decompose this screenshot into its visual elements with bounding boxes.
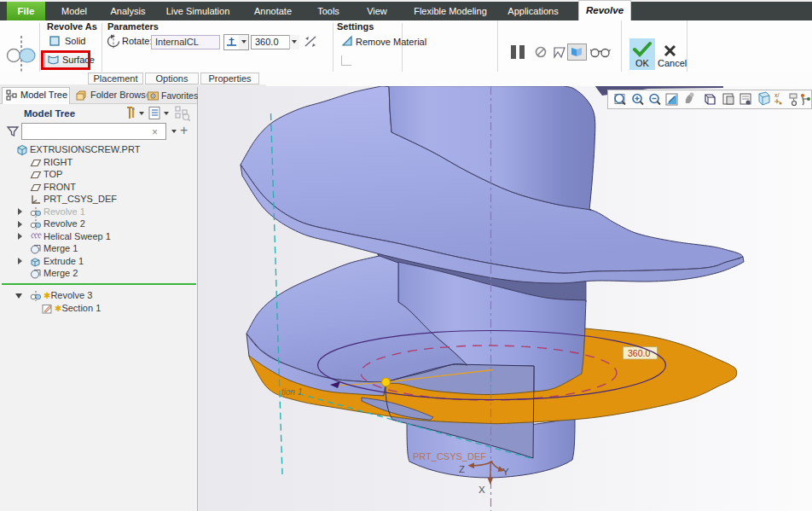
svg-text:x/: x/ <box>774 92 780 98</box>
svg-text:X: X <box>478 485 485 495</box>
svg-text:tion 1: tion 1 <box>281 387 302 397</box>
svg-text:360.0: 360.0 <box>628 348 650 358</box>
svg-text:Y: Y <box>502 467 509 477</box>
svg-text:PRT_CSYS_DEF: PRT_CSYS_DEF <box>413 451 486 462</box>
svg-text:Z: Z <box>459 464 465 474</box>
